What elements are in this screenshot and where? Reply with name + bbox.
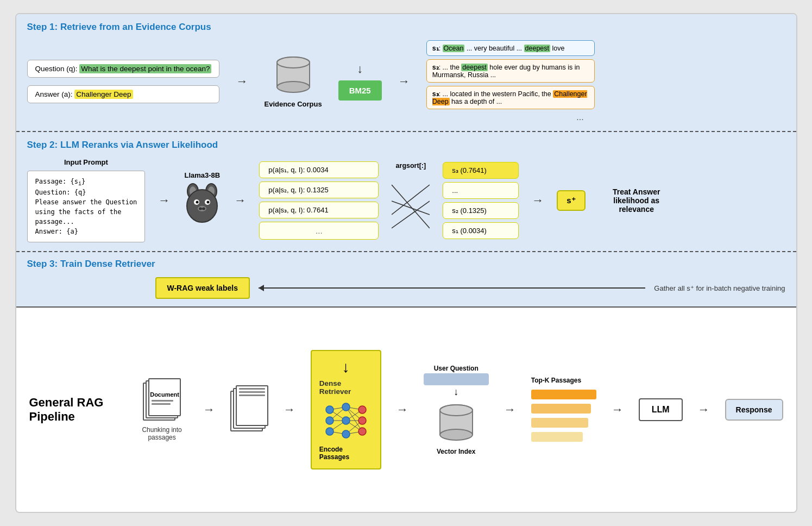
s3-label: s₃ [432, 90, 439, 98]
s1-colon: : [439, 45, 443, 52]
question-label: Question (q): [35, 65, 78, 73]
question-highlight: What is the deepest point in the ocean? [79, 64, 211, 73]
s2-deepest: deepest [461, 64, 487, 71]
topk-bar-1 [531, 390, 596, 399]
arrow-bm25-to-results: → [398, 74, 410, 89]
doc-pages: Document [143, 378, 181, 422]
topk-bar-2 [531, 404, 591, 414]
svg-point-36 [326, 428, 333, 435]
arrow-topk-to-llm: → [612, 403, 624, 417]
cross-lines-svg [392, 174, 430, 239]
svg-point-37 [342, 403, 350, 411]
svg-point-12 [207, 201, 210, 203]
step1-section: Step 1: Retrieve from an Evidence Corpus… [16, 14, 796, 132]
sorted-section: s₃ (0.7641) ... s₂ (0.1325) s₁ (0.0034) [443, 162, 519, 239]
evidence-corpus: Evidence Corpus [264, 54, 322, 108]
arrow-llm-to-response: → [698, 403, 710, 417]
arrow-chunks-to-dense: → [284, 403, 295, 417]
arrow-prompt-to-llm: → [158, 193, 170, 208]
step2-label: Step 2: LLM Reranks via Answer Likelihoo… [27, 140, 785, 151]
s1-label: s₁ [432, 45, 439, 52]
results-dots: ... [426, 112, 595, 122]
prob-dots: ... [259, 222, 379, 240]
svg-point-38 [342, 417, 350, 424]
s1-ocean: Ocean [443, 45, 465, 52]
arrow-llm-to-probs: → [234, 193, 246, 208]
db-icon [272, 54, 315, 98]
s2-text1: : ... the [439, 64, 462, 71]
llm-name: Llama3-8B [184, 171, 220, 179]
arrow-sorted-to-splus: → [532, 193, 544, 208]
s2-label: s₂ [432, 64, 439, 71]
prompt-box: Passage: {si}Question: {q}Please answer … [27, 171, 146, 242]
svg-point-15 [202, 207, 205, 210]
svg-point-11 [196, 201, 199, 203]
bm25-box: BM25 [338, 80, 382, 101]
gather-label: Gather all s⁺ for in-batch negative trai… [654, 284, 785, 292]
svg-line-19 [392, 201, 430, 228]
svg-point-3 [277, 57, 310, 68]
encode-label: Encode Passages [319, 446, 373, 461]
rag-title: General RAG Pipeline [29, 396, 121, 424]
answer-label: Answer (a): [35, 90, 73, 98]
user-question-bar [424, 373, 489, 385]
svg-point-39 [342, 430, 350, 438]
chunking-label: Chunking into passages [136, 426, 188, 441]
s1-text2: love [550, 45, 564, 52]
splus-box: s⁺ [557, 190, 585, 211]
s3-text2: has a depth of ... [450, 98, 502, 105]
chunk-front [236, 385, 268, 426]
sorted-dots: ... [443, 182, 519, 199]
rag-pipeline-section: General RAG Pipeline Document [16, 308, 796, 512]
llama-svg [183, 181, 221, 225]
result-s1: s₁: Ocean ... very beautiful ... deepest… [426, 40, 595, 56]
qa-box: Question (q): What is the deepest point … [27, 60, 220, 103]
user-question-area: User Question ↓ [424, 365, 489, 398]
input-prompt-label: Input Prompt [64, 158, 108, 166]
uq-down-arrow: ↓ [454, 386, 458, 398]
prob-s3: p(a|s₃, q, I): 0.7641 [259, 202, 379, 218]
arrow-dense-to-vector: → [396, 403, 408, 417]
svg-point-35 [326, 417, 333, 424]
gather-arrow-line [259, 287, 645, 289]
results-section: s₁: Ocean ... very beautiful ... deepest… [426, 40, 595, 122]
arrow-db-to-bm25: ↓ [357, 62, 363, 76]
prob-s2: p(a|s₂, q, I): 0.1325 [259, 181, 379, 198]
chunked-pages [230, 385, 268, 434]
vector-index: Vector Index [435, 402, 478, 455]
step3-down-arrow: ↓ [342, 359, 350, 376]
topk-bar-4 [531, 432, 583, 442]
db-label: Evidence Corpus [264, 100, 322, 108]
topk-label: Top-K Passages [531, 377, 581, 384]
step3-gather-row: W-RAG weak labels Gather all s⁺ for in-b… [27, 277, 785, 299]
topk-section: Top-K Passages [531, 377, 596, 443]
sorted-s2: s₂ (0.1325) [443, 202, 519, 219]
response-box: Response [725, 399, 783, 421]
arrow-q-to-db: → [236, 74, 248, 89]
svg-point-41 [358, 417, 366, 424]
sorted-s3: s₃ (0.7641) [443, 162, 519, 179]
prompt-text: Passage: {si}Question: {q}Please answer … [35, 177, 137, 236]
s1-text1: ... very beautiful ... [464, 45, 524, 52]
arrow-doc-to-chunks: → [203, 403, 215, 417]
step3-section: Step 3: Train Dense Retriever W-RAG weak… [16, 252, 796, 308]
user-question-label: User Question [434, 365, 479, 372]
svg-line-16 [392, 185, 430, 228]
sorted-s1: s₁ (0.0034) [443, 222, 519, 239]
vector-db-icon [435, 402, 478, 446]
neural-net-svg [322, 399, 370, 442]
question-card: Question (q): What is the deepest point … [27, 60, 220, 78]
bm25-label: BM25 [338, 80, 382, 101]
chunked-stack [230, 385, 268, 434]
dense-retriever-label: Dense Retriever [319, 379, 373, 396]
svg-point-14 [199, 207, 202, 210]
result-s3: s₃: ... located in the western Pacific, … [426, 86, 595, 109]
probabilities-section: p(a|s₁, q, I): 0.0034 p(a|s₂, q, I): 0.1… [259, 161, 379, 240]
doc-label: Document [149, 391, 180, 398]
relevance-label: Treat Answer likelihood as relevance [599, 187, 675, 214]
svg-point-34 [326, 406, 333, 414]
argsort-label: argsort[:] [396, 162, 426, 170]
arrow-vector-to-topk: → [504, 403, 516, 417]
dense-retriever-box: ↓ Dense Retriever [311, 350, 381, 469]
s1-deepest: deepest [524, 45, 550, 52]
